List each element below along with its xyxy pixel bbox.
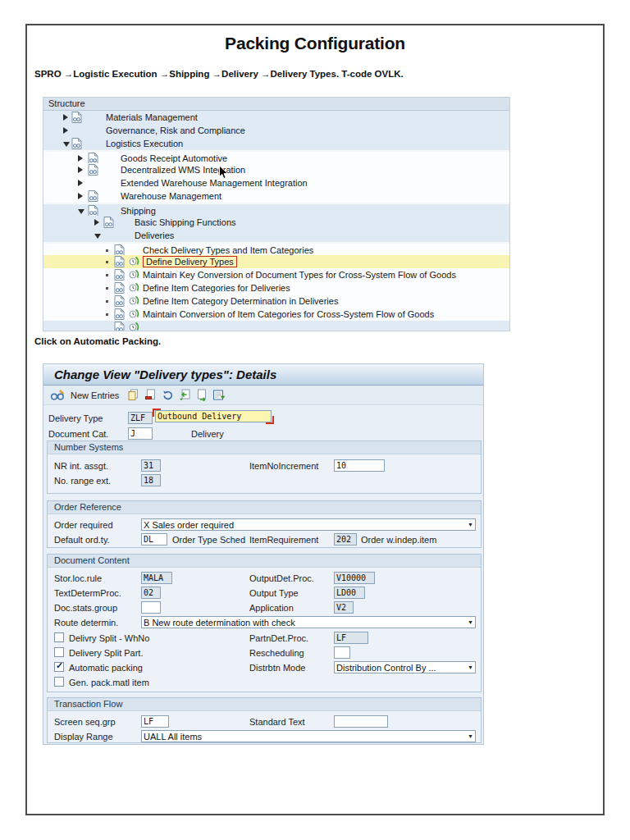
tree-row[interactable]: Extended Warehouse Management Integratio…: [43, 176, 509, 189]
doc-stats-field[interactable]: [141, 601, 161, 614]
delete-icon[interactable]: [143, 389, 158, 402]
default-ord-field[interactable]: DL: [141, 533, 167, 546]
img-documentation-icon[interactable]: [114, 269, 125, 282]
execute-activity-icon[interactable]: [128, 282, 139, 294]
tree-row[interactable]: Governance, Risk and Compliance: [43, 124, 509, 137]
nr-int-field[interactable]: 31: [141, 459, 161, 472]
execute-activity-icon[interactable]: [128, 256, 139, 268]
item-no-increment-label: ItemNoIncrement: [249, 461, 318, 471]
tree-row[interactable]: [43, 321, 509, 331]
collapse-arrow-icon[interactable]: [94, 234, 101, 239]
tree-item-label[interactable]: Warehouse Management: [121, 191, 221, 201]
tree-item-label[interactable]: Define Delivery Types: [143, 256, 237, 267]
expand-arrow-icon[interactable]: [78, 180, 83, 186]
tree-item-label[interactable]: Extended Warehouse Management Integratio…: [121, 178, 308, 188]
collapse-arrow-icon[interactable]: [63, 142, 70, 147]
tree-item-label[interactable]: Deliveries: [135, 231, 174, 240]
tree-item-label[interactable]: Logistics Execution: [106, 139, 183, 148]
tree-item-label[interactable]: Define Item Categories for Deliveries: [143, 283, 290, 293]
text-determ-field[interactable]: 02: [141, 587, 161, 599]
tree-row[interactable]: Maintain Key Conversion of Document Type…: [43, 268, 509, 281]
standard-text-field[interactable]: [334, 715, 388, 728]
gen-pack-matl-checkbox[interactable]: [54, 677, 64, 687]
output-type-label: Output Type: [249, 588, 299, 598]
execute-activity-icon[interactable]: [128, 269, 139, 281]
next-entry-icon[interactable]: [194, 389, 209, 402]
item-no-increment-field[interactable]: 10: [334, 459, 385, 472]
output-det-field[interactable]: V10000: [334, 572, 375, 584]
item-requirement-text: Order w.indep.item: [361, 535, 436, 545]
delivery-type-name-field[interactable]: Outbound Delivery: [155, 410, 272, 422]
expand-arrow-icon[interactable]: [63, 127, 68, 134]
expand-arrow-icon[interactable]: [78, 193, 83, 199]
tree-row[interactable]: Logistics Execution: [43, 137, 509, 150]
display-change-icon[interactable]: [50, 389, 65, 402]
delivery-split-part-checkbox[interactable]: [54, 647, 64, 657]
tree-item-label[interactable]: Governance, Risk and Compliance: [106, 126, 245, 135]
tree-row[interactable]: Define Delivery Types: [43, 255, 509, 268]
variable-list-icon[interactable]: [212, 389, 226, 402]
menu-path-text: SPRO →Logistic Execution →Shipping →Deli…: [34, 69, 404, 79]
tree-row[interactable]: Check Delivery Types and Item Categories: [43, 242, 509, 255]
delivry-split-whno-checkbox[interactable]: [54, 632, 64, 642]
application-field[interactable]: V2: [334, 601, 354, 614]
leaf-bullet-icon: [106, 313, 108, 316]
undo-icon[interactable]: [160, 389, 175, 402]
distrbtn-mode-dropdown[interactable]: Distribution Control By ...▼: [334, 661, 476, 673]
img-documentation-icon[interactable]: [71, 112, 82, 125]
order-required-dropdown[interactable]: X Sales order required▼: [141, 518, 476, 531]
delivery-type-label: Delivery Type: [48, 413, 103, 423]
range-ext-field[interactable]: 18: [141, 474, 161, 486]
previous-entry-icon[interactable]: [177, 389, 192, 402]
screen-seq-field[interactable]: LF: [141, 715, 169, 728]
img-documentation-icon[interactable]: [103, 217, 114, 230]
display-range-dropdown[interactable]: UALL All items▼: [141, 730, 476, 742]
tree-row[interactable]: Decentralized WMS Integration: [43, 163, 509, 176]
delivery-type-code-field[interactable]: ZLF: [128, 412, 153, 424]
execute-activity-icon[interactable]: [128, 308, 139, 321]
img-documentation-icon[interactable]: [114, 295, 125, 308]
img-documentation-icon[interactable]: [114, 322, 125, 331]
tree-item-label[interactable]: Basic Shipping Functions: [135, 217, 236, 227]
img-documentation-icon[interactable]: [71, 138, 82, 151]
automatic-packing-checkbox[interactable]: ✓: [54, 662, 64, 672]
tree-row[interactable]: Define Item Categories for Deliveries: [43, 281, 509, 294]
document-cat-row: Document Cat. J Delivery: [43, 427, 483, 441]
tree-row[interactable]: Maintain Conversion of Item Categories f…: [43, 308, 509, 321]
copy-as-icon[interactable]: [126, 389, 140, 402]
tree-item-label[interactable]: Goods Receipt Automotive: [121, 153, 227, 163]
stor-loc-field[interactable]: MALA: [141, 572, 172, 584]
route-determin-dropdown[interactable]: B New route determination with check▼: [141, 616, 476, 628]
img-documentation-icon[interactable]: [114, 308, 125, 322]
tree-row[interactable]: Deliveries: [43, 229, 509, 242]
tree-row[interactable]: Define Item Category Determination in De…: [43, 294, 509, 308]
output-type-field[interactable]: LD00: [334, 587, 365, 599]
expand-arrow-icon[interactable]: [63, 114, 68, 121]
tree-row[interactable]: Materials Management: [43, 111, 509, 124]
tree-item-label[interactable]: Shipping: [121, 206, 156, 216]
tree-item-label[interactable]: Maintain Conversion of Item Categories f…: [143, 309, 434, 319]
tree-item-label[interactable]: Define Item Category Determination in De…: [143, 296, 338, 306]
rescheduling-field[interactable]: [334, 646, 350, 659]
item-requirement-field[interactable]: 202: [334, 533, 357, 546]
img-documentation-icon[interactable]: [88, 190, 98, 203]
img-documentation-icon[interactable]: [88, 164, 98, 177]
expand-arrow-icon[interactable]: [78, 155, 83, 162]
tree-row[interactable]: Shipping: [43, 203, 509, 216]
expand-arrow-icon[interactable]: [94, 219, 99, 226]
expand-arrow-icon[interactable]: [78, 167, 83, 173]
tree-row[interactable]: Goods Receipt Automotive: [43, 150, 509, 163]
tree-item-label[interactable]: Check Delivery Types and Item Categories: [143, 245, 313, 255]
partn-det-field[interactable]: LF: [334, 632, 368, 644]
collapse-arrow-icon[interactable]: [78, 209, 84, 214]
tree-item-label[interactable]: Materials Management: [106, 112, 198, 122]
tree-item-label[interactable]: Maintain Key Conversion of Document Type…: [143, 270, 456, 280]
tree-row[interactable]: Basic Shipping Functions: [43, 216, 509, 229]
execute-activity-icon[interactable]: [128, 322, 139, 331]
new-entries-button[interactable]: New Entries: [71, 390, 119, 400]
execute-activity-icon[interactable]: [128, 295, 139, 308]
img-documentation-icon[interactable]: [114, 256, 125, 269]
document-cat-field[interactable]: J: [128, 427, 153, 440]
tree-row[interactable]: Warehouse Management: [43, 189, 509, 203]
img-documentation-icon[interactable]: [114, 282, 125, 295]
